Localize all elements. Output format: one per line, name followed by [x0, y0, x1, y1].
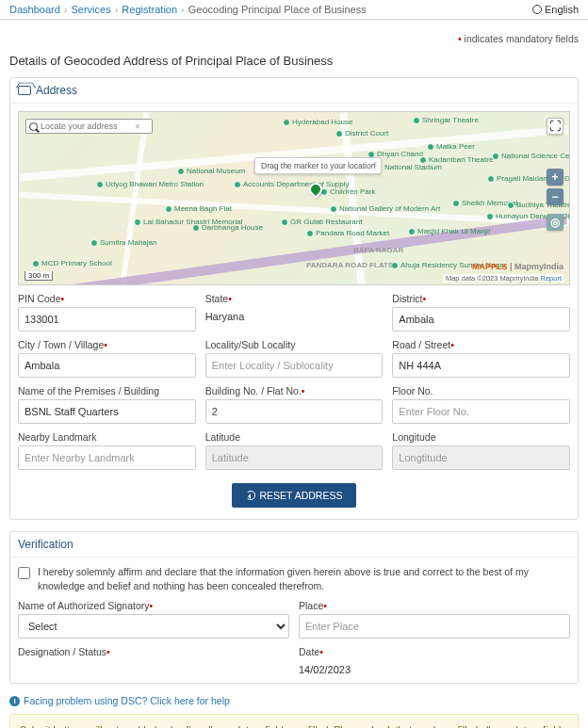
floor-label: Floor No.	[392, 385, 570, 396]
poi: National Museum	[177, 167, 245, 175]
district-label: District•	[392, 293, 570, 304]
poi: District Court	[335, 129, 388, 138]
fullscreen-button[interactable]: ⛶	[547, 118, 564, 135]
crumb-current: Geocoding Principal Place of Business	[188, 4, 367, 15]
poi: Masjid Khair Ul Manjil	[408, 227, 490, 235]
designation-value	[18, 660, 289, 664]
search-icon	[29, 122, 38, 131]
map-tooltip: Drag the marker to your location ×	[254, 157, 382, 174]
lon-label: Longitude	[392, 431, 570, 443]
lon-input	[392, 445, 570, 470]
poi: Hyderabad House	[283, 118, 352, 126]
clear-search-icon[interactable]: ×	[135, 121, 140, 132]
address-heading: Address	[10, 78, 578, 104]
landmark-input[interactable]	[18, 445, 196, 470]
landmark-label: Nearby Landmark	[18, 431, 196, 443]
road-input[interactable]	[392, 353, 570, 378]
declaration-text: I hereby solemnly affirm and declare tha…	[38, 565, 570, 592]
zoom-out-button[interactable]: −	[547, 188, 564, 205]
signatory-select[interactable]: Select	[18, 614, 289, 639]
map-attribution: Map data ©2023 MapmyIndia Report	[444, 274, 564, 283]
poi: GR Gulati Restaurant	[281, 218, 362, 226]
map-brand: MAPPLS | MapmyIndia	[472, 262, 564, 271]
poi: Sumitra Mahajan	[90, 238, 156, 247]
mandatory-note: • indicates mandatory fields	[9, 33, 579, 44]
premises-label: Name of the Premises / Building	[18, 385, 196, 396]
date-label: Date•	[299, 646, 570, 657]
zoom-in-button[interactable]: +	[547, 169, 564, 186]
poi: Accounts Department of Supply	[234, 180, 350, 188]
info-icon: i	[9, 696, 20, 706]
district-input[interactable]	[392, 307, 570, 332]
warning-box: Submit buttons will get enabled only aft…	[9, 714, 579, 728]
buildingno-input[interactable]	[205, 399, 384, 424]
poi: Udyog Bhawan Metro Station	[96, 180, 204, 188]
locate-me-button[interactable]: ◎	[547, 214, 564, 231]
place-label: Place•	[299, 600, 570, 611]
breadcrumb: Dashboard› Services› Registration› Geoco…	[9, 4, 367, 15]
map[interactable]: Hyderabad House Shringar Theatre Distric…	[18, 111, 570, 285]
poi: Meena Bagh Flat	[165, 204, 232, 213]
map-area-label: BAPA NAGAR	[353, 246, 403, 254]
poi: National Science Centre	[492, 152, 570, 160]
page-title: Details of Geocoded Address of Principal…	[9, 54, 579, 68]
verification-heading: Verification	[10, 532, 578, 558]
state-label: State•	[205, 293, 384, 304]
floor-input[interactable]	[392, 399, 570, 424]
state-value: Haryana	[205, 307, 384, 322]
map-scale: 300 m	[24, 271, 53, 281]
map-area-label: PANDARA ROAD FLATS	[306, 261, 393, 269]
road-label: Road / Street•	[392, 339, 570, 350]
date-value: 14/02/2023	[299, 660, 570, 675]
lat-input	[205, 445, 384, 470]
map-search-box[interactable]: ×	[25, 119, 153, 134]
close-tooltip-icon[interactable]: ×	[372, 159, 377, 169]
city-label: City / Town / Village•	[18, 339, 196, 350]
buildingno-label: Building No. / Flat No.•	[205, 385, 384, 396]
poi: MCD Primary School	[32, 259, 112, 267]
poi: Pandara Road Market	[306, 229, 389, 237]
globe-icon	[532, 5, 542, 14]
crumb-registration[interactable]: Registration	[122, 4, 177, 15]
crumb-services[interactable]: Services	[72, 4, 111, 15]
locality-input[interactable]	[205, 353, 384, 378]
map-report-link[interactable]: Report	[540, 274, 562, 283]
crumb-dashboard[interactable]: Dashboard	[9, 4, 60, 15]
poi: National Stadium	[375, 163, 442, 171]
pin-input[interactable]	[18, 307, 196, 332]
locality-label: Locality/Sub Locality	[205, 339, 384, 350]
signatory-label: Name of Authorized Signatory•	[18, 600, 289, 611]
pin-label: PIN Code•	[18, 293, 196, 304]
refresh-icon	[246, 491, 255, 500]
poi: Darbhanga House	[192, 223, 263, 232]
language-selector[interactable]: English	[532, 4, 579, 15]
poi: Shringar Theatre	[413, 116, 479, 124]
premises-input[interactable]	[18, 399, 196, 424]
place-input[interactable]	[299, 614, 570, 639]
dsc-help-link[interactable]: i Facing problem using DSC? Click here f…	[9, 695, 579, 706]
reset-address-button[interactable]: RESET ADDRESS	[232, 483, 357, 508]
declaration-checkbox[interactable]	[18, 567, 30, 579]
city-input[interactable]	[18, 353, 196, 378]
envelope-icon	[18, 86, 31, 95]
designation-label: Designation / Status•	[18, 646, 289, 657]
poi: National Gallery of Modern Art	[330, 204, 440, 213]
poi: Children Park	[320, 187, 375, 196]
lat-label: Latitude	[205, 431, 384, 443]
poi: Matka Peer	[427, 142, 475, 151]
map-search-input[interactable]	[41, 121, 135, 131]
map-marker[interactable]	[309, 183, 324, 198]
